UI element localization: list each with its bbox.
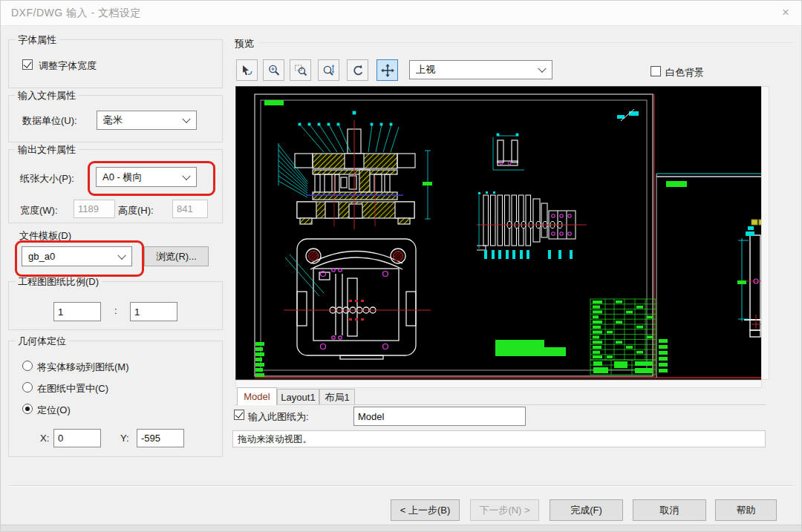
zoom-in-out-button[interactable] [263,59,284,81]
paper-size-label: 纸张大小(P): [20,172,74,185]
drawing-scale-group: 工程图图纸比例(D) : [8,281,223,330]
x-label: X: [40,433,49,444]
x-field[interactable] [53,429,101,447]
view-orientation-select[interactable]: 上视 [409,60,552,79]
drawing-scale-legend: 工程图图纸比例(D) [15,275,102,289]
y-label: Y: [120,433,129,444]
width-label: 宽度(W): [20,204,58,217]
geometry-positioning-legend: 几何体定位 [15,335,69,348]
adjust-font-width-label: 调整字体宽度 [39,59,97,73]
scale-numerator-field[interactable] [53,302,101,321]
dialog-title: DXF/DWG 输入 - 文档设定 [11,7,141,20]
preview-canvas[interactable] [235,86,762,380]
preview-vertical-scrollbar[interactable] [761,86,769,380]
width-field[interactable] [74,200,115,218]
cancel-button[interactable]: 取消 [633,499,706,521]
file-template-select[interactable]: gb_a0 [22,246,132,266]
tab-model[interactable]: Model [237,387,277,405]
refresh-icon [351,63,365,78]
help-button[interactable]: 帮助 [715,499,777,521]
footer-separator [10,485,794,486]
sheet-name-field[interactable] [353,407,526,426]
zoom-area-icon [293,63,308,78]
adjust-font-width-checkbox[interactable] [22,59,33,70]
status-bar: 拖动来滚动视图。 [232,430,766,447]
scale-colon: : [114,305,117,316]
window-bottom-edge [1,525,802,532]
font-properties-group: 字体属性 调整字体宽度 [8,39,223,88]
height-label: 高度(H): [118,204,154,217]
chevron-down-icon [538,65,546,73]
import-sheet-checkbox[interactable] [234,410,244,420]
browse-button[interactable]: 浏览(R)... [144,246,209,266]
view-orientation-value: 上视 [416,63,435,76]
chevron-down-icon [182,115,190,123]
output-file-properties-legend: 输出文件属性 [15,143,79,157]
pan-icon [380,63,395,78]
geometry-positioning-group: 几何体定位 将实体移动到图纸(M) 在图纸中置中(C) 定位(O) X: Y: [8,341,223,457]
center-in-sheet-label: 在图纸中置中(C) [37,382,108,395]
zoom-scale-button[interactable] [318,59,339,81]
import-sheet-label: 输入此图纸为: [248,410,309,424]
preview-group-line [258,42,794,43]
data-units-label: 数据单位(U): [22,114,77,128]
data-units-value: 毫米 [103,114,123,127]
file-template-value: gb_a0 [28,251,55,262]
preview-legend: 预览 [235,37,254,50]
back-button[interactable]: < 上一步(B) [391,499,460,521]
dxf-dwg-import-dialog: DXF/DWG 输入 - 文档设定 × 字体属性 调整字体宽度 输入文件属性 数… [0,0,802,532]
input-file-properties-group: 输入文件属性 数据单位(U): 毫米 [8,95,223,142]
font-properties-legend: 字体属性 [15,33,59,47]
tab-layout-cn[interactable]: 布局1 [319,389,355,405]
position-label: 定位(O) [37,404,71,417]
zoom-scale-icon [322,63,336,78]
input-file-properties-legend: 输入文件属性 [15,89,79,102]
select-tool-icon [240,63,255,78]
position-radio[interactable] [22,404,33,414]
white-background-checkbox[interactable] [651,66,661,76]
chevron-down-icon [182,171,190,180]
preview-horizontal-scrollbar[interactable] [235,380,762,388]
zoom-in-out-icon [267,63,281,78]
move-entities-label: 将实体移动到图纸(M) [37,361,129,374]
close-icon[interactable]: × [782,5,789,20]
file-template-label: 文件模板(D) [19,229,71,243]
height-field[interactable] [172,200,208,218]
refresh-button[interactable] [347,59,368,81]
titlebar: DXF/DWG 输入 - 文档设定 × [1,1,801,26]
tab-baseline [235,404,766,405]
zoom-to-area-button[interactable] [290,59,311,81]
next-button[interactable]: 下一步(N) > [470,499,539,521]
data-units-select[interactable]: 毫米 [97,111,197,130]
move-entities-radio[interactable] [22,361,33,371]
finish-button[interactable]: 完成(F) [550,499,623,521]
white-background-label: 白色背景 [665,66,704,79]
scale-denominator-field[interactable] [130,302,177,321]
chevron-down-icon [117,251,125,259]
cad-drawing [236,87,761,379]
y-field[interactable] [137,429,184,447]
center-in-sheet-radio[interactable] [22,382,33,393]
output-file-properties-group: 输出文件属性 纸张大小(P): A0 - 横向 宽度(W): 高度(H): [8,149,223,223]
pan-button[interactable] [376,59,398,81]
paper-size-select[interactable]: A0 - 横向 [96,167,197,187]
select-tool-button[interactable] [236,59,258,81]
paper-size-value: A0 - 横向 [102,170,142,183]
tab-layout1[interactable]: Layout1 [277,389,319,405]
